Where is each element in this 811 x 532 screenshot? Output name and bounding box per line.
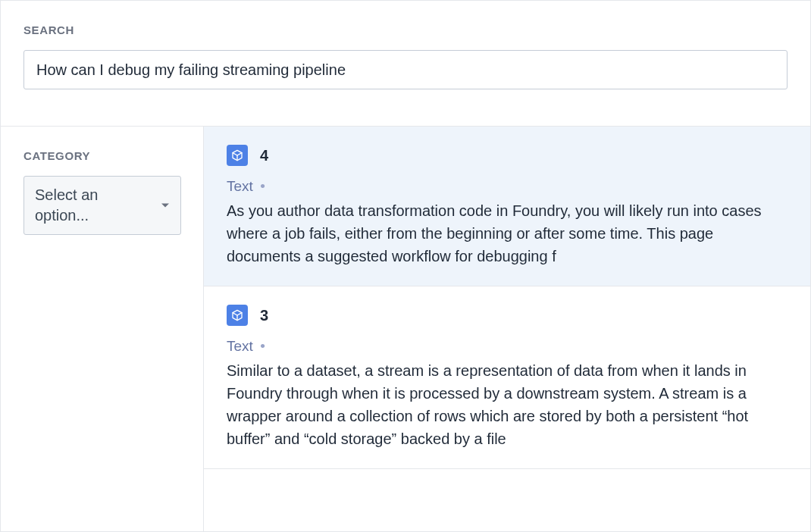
- category-select[interactable]: Select an option...: [23, 176, 181, 235]
- results-list: 4 Text • As you author data transformati…: [204, 127, 810, 531]
- result-text: Similar to a dataset, a stream is a repr…: [227, 359, 788, 450]
- category-select-placeholder: Select an option...: [35, 185, 150, 226]
- result-number: 4: [260, 147, 268, 164]
- dot-separator: •: [256, 338, 265, 354]
- result-item[interactable]: 3 Text • Similar to a dataset, a stream …: [204, 286, 810, 469]
- result-type: Text •: [227, 178, 788, 195]
- result-type-label: Text: [227, 178, 253, 194]
- category-label: CATEGORY: [23, 149, 180, 162]
- cube-icon: [227, 145, 248, 166]
- result-text: As you author data transformation code i…: [227, 199, 788, 268]
- content-row: CATEGORY Select an option...: [1, 126, 810, 531]
- search-input[interactable]: [23, 50, 788, 89]
- app-container: SEARCH CATEGORY Select an option...: [0, 0, 811, 532]
- search-section: SEARCH: [1, 1, 810, 126]
- search-label: SEARCH: [23, 23, 788, 36]
- result-header: 4: [227, 145, 788, 166]
- cube-icon: [227, 305, 248, 326]
- result-type: Text •: [227, 338, 788, 355]
- dot-separator: •: [256, 178, 265, 194]
- result-type-label: Text: [227, 338, 253, 354]
- category-select-wrap: Select an option...: [23, 176, 181, 235]
- result-item[interactable]: 4 Text • As you author data transformati…: [204, 127, 810, 286]
- result-number: 3: [260, 307, 268, 324]
- chevron-down-icon: [161, 204, 169, 208]
- sidebar: CATEGORY Select an option...: [1, 127, 204, 531]
- result-header: 3: [227, 305, 788, 326]
